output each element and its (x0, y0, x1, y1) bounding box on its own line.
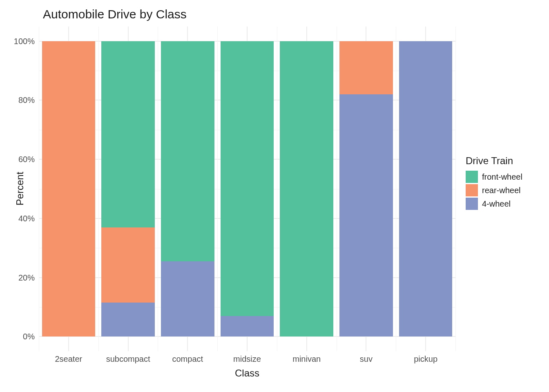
segment-rear-wheel (339, 41, 393, 94)
segment-rear-wheel (42, 41, 96, 336)
x-tick-label: compact (172, 354, 203, 364)
y-tick-label: 20% (0, 273, 35, 282)
bar-midsize (221, 27, 274, 351)
legend-label: front-wheel (482, 172, 522, 182)
x-axis-title: Class (235, 368, 259, 379)
segment-4-wheel (399, 41, 453, 336)
y-tick-label: 100% (0, 36, 35, 46)
legend: Drive Train front-wheelrear-wheel4-wheel (466, 155, 543, 211)
bar-minivan (280, 27, 333, 351)
x-tick-label: midsize (233, 354, 261, 364)
bar-compact (161, 27, 214, 351)
bars-layer (39, 27, 455, 351)
legend-item-front-wheel: front-wheel (466, 171, 543, 183)
legend-swatch (466, 171, 478, 183)
chart-container: Automobile Drive by Class 0%20%40%60%80%… (0, 0, 549, 392)
y-axis-title: Percent (14, 172, 26, 206)
chart-title: Automobile Drive by Class (43, 7, 187, 21)
segment-rear-wheel (101, 227, 155, 303)
segment-front-wheel (280, 41, 333, 336)
y-tick-label: 0% (0, 332, 35, 341)
legend-swatch (466, 184, 478, 196)
legend-item-rear-wheel: rear-wheel (466, 184, 543, 196)
segment-4-wheel (161, 261, 214, 336)
x-tick-label: pickup (414, 354, 437, 364)
segment-front-wheel (101, 41, 155, 227)
legend-title: Drive Train (466, 155, 543, 167)
bar-suv (339, 27, 393, 351)
bar-subcompact (101, 27, 155, 351)
segment-4-wheel (339, 94, 393, 336)
bar-pickup (399, 27, 453, 351)
x-tick-label: subcompact (106, 354, 150, 364)
legend-label: rear-wheel (482, 186, 520, 195)
plot-panel (39, 27, 455, 351)
legend-items: front-wheelrear-wheel4-wheel (466, 171, 543, 210)
y-tick-label: 60% (0, 155, 35, 164)
gridline-vertical-minor (455, 27, 456, 351)
y-tick-label: 40% (0, 214, 35, 223)
y-tick-label: 80% (0, 96, 35, 105)
legend-item-4-wheel: 4-wheel (466, 198, 543, 210)
legend-swatch (466, 198, 478, 210)
bar-2seater (42, 27, 96, 351)
legend-label: 4-wheel (482, 199, 511, 209)
segment-front-wheel (161, 41, 214, 261)
x-tick-label: suv (360, 354, 373, 364)
segment-4-wheel (101, 303, 155, 336)
segment-front-wheel (221, 41, 274, 316)
segment-4-wheel (221, 316, 274, 337)
x-tick-label: 2seater (55, 354, 82, 364)
x-tick-label: minivan (292, 354, 321, 364)
